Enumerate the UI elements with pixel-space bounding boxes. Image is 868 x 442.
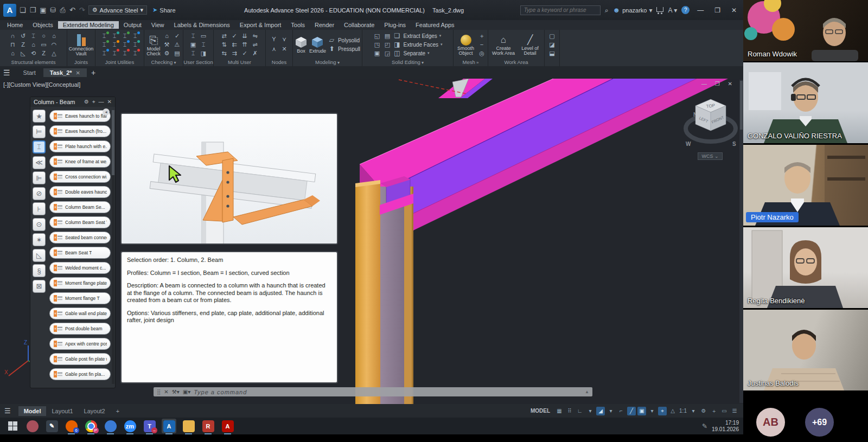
palette-pin-icon[interactable]: ⌖ [92, 99, 95, 105]
connection-list-item[interactable]: Seated beam connection [49, 232, 111, 244]
mesh-tool-icon[interactable]: − [478, 41, 486, 49]
structural-tool-icon[interactable]: △ [50, 49, 58, 57]
extrude-button[interactable]: Extrude [309, 35, 326, 54]
palette-minimize-icon[interactable]: — [99, 99, 104, 105]
mesh-tool-icon[interactable]: ＋ [478, 32, 486, 40]
status-toggle-icon[interactable]: ☰ [730, 407, 739, 415]
close-tab-icon[interactable]: ✕ [76, 70, 80, 76]
node-tool-icon[interactable]: ⋎ [280, 35, 289, 43]
command-close-icon[interactable]: ✕ [164, 389, 168, 395]
palette-category-button[interactable]: § [33, 264, 46, 277]
model-check-button[interactable]: ⎘ Model Check [146, 33, 161, 57]
multi-user-icon[interactable]: ⇉ [231, 49, 239, 57]
save-as-icon[interactable]: ⛁ [50, 6, 56, 14]
status-toggle-icon[interactable]: 1:1 [679, 407, 687, 415]
layout-tab[interactable]: Model [18, 406, 47, 416]
joint-utility-icon[interactable]: ⌶ [100, 49, 108, 57]
participant-avatar[interactable]: AB [756, 408, 785, 437]
structural-tool-icon[interactable]: ↺ [19, 32, 27, 40]
acrobat-icon[interactable]: A [220, 419, 235, 433]
palette-category-button[interactable]: ✶ [33, 233, 46, 246]
chrome-icon[interactable]: P [84, 419, 98, 433]
box-button[interactable]: Box [295, 35, 308, 54]
restore-button[interactable]: ❐ [711, 7, 724, 14]
r-app-icon[interactable]: R [201, 419, 215, 433]
file-explorer-icon[interactable] [181, 419, 196, 433]
work-area-side-icon[interactable]: ◪ [548, 41, 556, 49]
palette-category-button[interactable]: ≪ [33, 156, 46, 169]
ribbon-tab[interactable]: Home [2, 21, 28, 29]
system-tray[interactable]: ✎ 17:19 19.01.2026 [702, 420, 743, 433]
palette-category-button[interactable]: ⊙ [33, 218, 46, 231]
multi-user-icon[interactable]: ⇇ [231, 41, 239, 49]
smooth-object-button[interactable]: Smooth Object [456, 33, 476, 56]
structural-tool-icon[interactable]: ○ [40, 32, 48, 40]
status-toggle-icon[interactable]: ▣ [637, 407, 646, 415]
extract-edges-button[interactable]: ❏Extract Edges▾ [393, 32, 443, 40]
ribbon-tab[interactable]: View [146, 21, 169, 29]
plot-icon[interactable]: ⎙ [60, 6, 66, 15]
connection-list-item[interactable]: Column Beam Se... [49, 201, 111, 213]
browser-globe-icon[interactable] [103, 419, 118, 433]
connection-list-item[interactable]: Beam Seat T [49, 247, 111, 259]
joint-utility-icon[interactable]: ⌶ [100, 41, 108, 49]
participant-video[interactable]: Roman Wdowik [743, 0, 868, 61]
palette-category-button[interactable]: ⌶ [33, 140, 46, 153]
viewport-controls-label[interactable]: [-][Custom View][Conceptual] [3, 81, 80, 88]
palette-category-button[interactable]: ⊨ [33, 125, 46, 138]
save-icon[interactable]: ▣ [40, 6, 46, 14]
user-account-button[interactable]: ☻ pnazarko ▾ [612, 6, 652, 14]
polysolid-button[interactable]: ▱Polysolid [328, 36, 360, 44]
palette-settings-icon[interactable]: ⚙ [84, 99, 89, 105]
connection-list-item[interactable]: Eaves haunch (fro... [49, 125, 111, 137]
user-section-icon[interactable]: ▣ [189, 41, 197, 49]
status-toggle-icon[interactable]: ⚙ [699, 407, 708, 415]
wcs-selector[interactable]: WCS ⌄ [698, 152, 723, 160]
user-section-icon[interactable]: ◨ [200, 49, 208, 57]
level-of-detail-button[interactable]: ╱ Level of Detail [518, 33, 542, 56]
notes-app-icon[interactable]: ✎ [44, 419, 59, 433]
ribbon-tab[interactable]: Collaborate [339, 21, 379, 29]
status-toggle-icon[interactable]: ▾ [648, 407, 656, 415]
palette-category-button[interactable]: ◺ [33, 249, 46, 262]
user-section-icon[interactable]: ⌶ [200, 41, 208, 49]
palette-category-button[interactable]: ⊠ [33, 280, 46, 293]
zoom-icon[interactable]: zm [123, 419, 137, 433]
multi-user-icon[interactable]: ⇄ [220, 32, 228, 40]
layout-tab[interactable]: Layout1 [46, 406, 78, 416]
joint-utility-icon[interactable]: ⌶ [111, 32, 119, 40]
connection-list-item[interactable]: Gable post fin pla... [49, 368, 111, 380]
command-tools-icon[interactable]: ⚒▾ [172, 389, 180, 395]
command-line-grip[interactable]: ⣿ [157, 389, 161, 395]
structural-tool-icon[interactable]: ⌂ [50, 32, 58, 40]
status-toggle-icon[interactable]: ∟ [576, 407, 584, 415]
status-toggle-icon[interactable]: △ [668, 407, 677, 415]
solid-editing-icon[interactable]: ▣ [373, 49, 381, 57]
ribbon-tab[interactable]: Output [119, 21, 146, 29]
autodesk-app-icon[interactable]: A ▾ [668, 7, 677, 14]
mesh-tool-icon[interactable]: ◎ [478, 49, 486, 57]
command-history-icon[interactable]: ▲ [585, 389, 589, 394]
create-work-area-button[interactable]: ⌂ Create Work Area [490, 33, 516, 56]
separate-button[interactable]: ◫Separate▾ [393, 49, 443, 57]
joint-utility-icon[interactable]: ⌶ [100, 32, 108, 40]
new-layout-button[interactable]: + [111, 406, 125, 416]
connection-list-item[interactable]: Double eaves haunch... [49, 186, 111, 198]
checking-tool-icon[interactable]: ⚒ [163, 41, 171, 49]
solid-editing-icon[interactable]: ◲ [384, 49, 392, 57]
status-toggle-icon[interactable]: ◢ [596, 407, 605, 415]
work-area-side-icon[interactable]: ⬓ [548, 49, 556, 57]
joint-utility-icon[interactable]: ⌶ [121, 41, 129, 49]
model-space-label[interactable]: MODEL [531, 408, 550, 414]
collapse-list-icon[interactable]: ◂ [103, 108, 110, 116]
layout-tab[interactable]: Layout2 [79, 406, 111, 416]
ribbon-tab[interactable]: Tools [286, 21, 310, 29]
multi-user-icon[interactable]: ✓ [241, 49, 249, 57]
tab-start[interactable]: Start [17, 68, 42, 77]
connection-list-item[interactable]: Welded moment c... [49, 262, 111, 274]
workspace-selector[interactable]: ⚙ Advance Steel ▾ [88, 5, 147, 15]
ribbon-tab[interactable]: Labels & Dimensions [169, 21, 235, 29]
connection-list-item[interactable]: Cross connection wi... [49, 171, 111, 183]
participant-video[interactable]: Justinas Balodis [743, 310, 868, 390]
status-toggle-icon[interactable]: ▾ [607, 407, 615, 415]
